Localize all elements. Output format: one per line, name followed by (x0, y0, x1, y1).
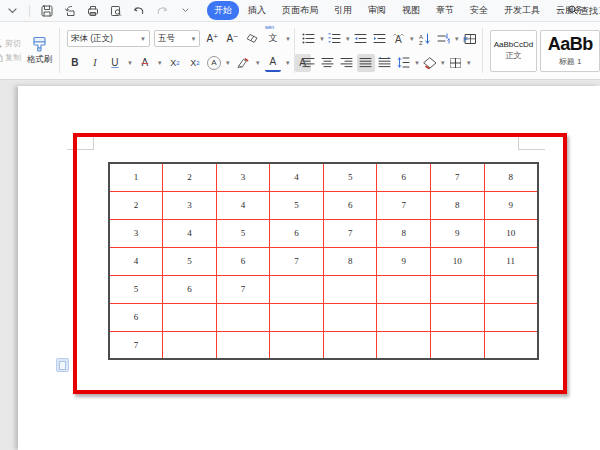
underline-button[interactable]: U (107, 54, 123, 72)
table-cell[interactable]: 1 (109, 163, 163, 191)
menu-tab-引用[interactable]: 引用 (327, 1, 359, 20)
table-cell[interactable] (323, 331, 377, 359)
font-size-select[interactable]: 五号 ▼ (154, 30, 200, 47)
table-cell[interactable] (216, 331, 270, 359)
clear-format-button[interactable] (244, 30, 261, 48)
align-center-button[interactable] (319, 54, 337, 72)
table-cell[interactable]: 5 (163, 247, 217, 275)
text-tool-button[interactable]: A (390, 30, 408, 48)
strikethrough-button[interactable]: A (137, 54, 153, 72)
style-normal[interactable]: AaBbCcDd 正文 (490, 30, 538, 72)
table-cell[interactable]: 2 (109, 191, 163, 219)
menu-tab-插入[interactable]: 插入 (241, 1, 273, 20)
chevron-down-icon[interactable]: ▼ (409, 36, 415, 42)
table-cell[interactable]: 10 (431, 247, 485, 275)
chevron-down-icon[interactable]: ▼ (285, 60, 291, 66)
table-cell[interactable] (484, 331, 538, 359)
table-cell[interactable]: 4 (216, 191, 270, 219)
table-cell[interactable] (377, 275, 431, 303)
document-page[interactable]: 1234567823456789345678910456789101156767 (18, 86, 600, 450)
table-cell[interactable]: 9 (377, 247, 431, 275)
menu-tab-章节[interactable]: 章节 (429, 1, 461, 20)
chevron-down-icon[interactable]: ▼ (345, 36, 351, 42)
save-icon[interactable] (39, 3, 55, 19)
table-cell[interactable]: 9 (484, 191, 538, 219)
cut-button[interactable]: 剪切 (0, 38, 23, 49)
increase-font-button[interactable]: A⁺ (204, 30, 220, 48)
table-cell[interactable]: 5 (216, 219, 270, 247)
superscript-button[interactable]: X2 (167, 54, 183, 72)
line-spacing-button[interactable] (395, 54, 413, 72)
chevron-down-icon[interactable]: ▼ (414, 60, 420, 66)
menu-tab-开发工具[interactable]: 开发工具 (497, 1, 547, 20)
numbered-list-button[interactable] (326, 30, 344, 48)
table-cell[interactable] (377, 303, 431, 331)
table-cell[interactable] (377, 331, 431, 359)
distribute-button[interactable] (376, 54, 394, 72)
table-cell[interactable]: 10 (484, 219, 538, 247)
chevron-down-icon[interactable]: ▼ (466, 60, 472, 66)
table-cell[interactable]: 7 (270, 247, 324, 275)
table-cell[interactable] (431, 303, 485, 331)
italic-button[interactable]: I (87, 54, 103, 72)
decrease-indent-button[interactable] (352, 30, 370, 48)
find-button[interactable]: 查找 (568, 0, 598, 22)
table-cell[interactable]: 3 (163, 191, 217, 219)
table-cell[interactable] (323, 275, 377, 303)
shading-button[interactable] (421, 54, 439, 72)
table-cell[interactable]: 6 (163, 275, 217, 303)
table-cell[interactable]: 11 (484, 247, 538, 275)
bullet-list-button[interactable] (300, 30, 318, 48)
text-effects-button[interactable]: A (207, 56, 221, 70)
chevron-down-icon[interactable]: ▼ (285, 36, 291, 42)
chevron-down-icon[interactable]: ▼ (319, 36, 325, 42)
table-cell[interactable]: 6 (377, 163, 431, 191)
table-cell[interactable] (216, 303, 270, 331)
table-cell[interactable]: 6 (270, 219, 324, 247)
table-cell[interactable]: 9 (431, 219, 485, 247)
table-cell[interactable] (484, 303, 538, 331)
chevron-down-icon[interactable]: ▼ (454, 36, 460, 42)
table-cell[interactable]: 6 (109, 303, 163, 331)
table-cell[interactable] (163, 303, 217, 331)
chevron-down-icon[interactable]: ▼ (225, 60, 231, 66)
paragraph-mark-button[interactable] (435, 30, 453, 48)
doc-table[interactable]: 1234567823456789345678910456789101156767 (108, 162, 539, 360)
menu-tab-审阅[interactable]: 审阅 (361, 1, 393, 20)
table-cell[interactable]: 5 (270, 191, 324, 219)
table-cell[interactable] (270, 275, 324, 303)
table-cell[interactable]: 8 (484, 163, 538, 191)
table-cell[interactable] (323, 303, 377, 331)
table-cell[interactable]: 8 (323, 247, 377, 275)
pinyin-guide-button[interactable]: wén 文 (265, 30, 281, 48)
borders-button[interactable] (447, 54, 465, 72)
menu-tab-开始[interactable]: 开始 (207, 1, 239, 20)
subscript-button[interactable]: X2 (187, 54, 203, 72)
undo-icon[interactable] (131, 3, 147, 19)
table-cell[interactable]: 6 (216, 247, 270, 275)
sort-button[interactable]: AZ (416, 30, 434, 48)
increase-indent-button[interactable] (371, 30, 389, 48)
print-icon[interactable] (85, 3, 101, 19)
table-cell[interactable]: 4 (270, 163, 324, 191)
table-cell[interactable]: 5 (109, 275, 163, 303)
table-cell[interactable] (270, 331, 324, 359)
menu-tab-页面布局[interactable]: 页面布局 (275, 1, 325, 20)
menu-tab-视图[interactable]: 视图 (395, 1, 427, 20)
format-painter-button[interactable]: 格式刷 (23, 22, 56, 79)
table-cell[interactable]: 8 (377, 219, 431, 247)
table-cell[interactable]: 3 (109, 219, 163, 247)
table-cell[interactable]: 6 (323, 191, 377, 219)
print-preview-icon[interactable] (108, 3, 124, 19)
export-pdf-icon[interactable] (62, 3, 78, 19)
table-cell[interactable]: 7 (377, 191, 431, 219)
font-color-button[interactable]: A (265, 54, 281, 72)
table-cell[interactable]: 3 (216, 163, 270, 191)
justify-button[interactable] (357, 54, 375, 72)
bold-button[interactable]: B (67, 54, 83, 72)
redo-icon[interactable] (154, 3, 170, 19)
chevron-down-icon[interactable]: ▼ (440, 60, 446, 66)
table-cell[interactable]: 7 (323, 219, 377, 247)
table-cell[interactable] (163, 331, 217, 359)
table-cell[interactable]: 7 (109, 331, 163, 359)
